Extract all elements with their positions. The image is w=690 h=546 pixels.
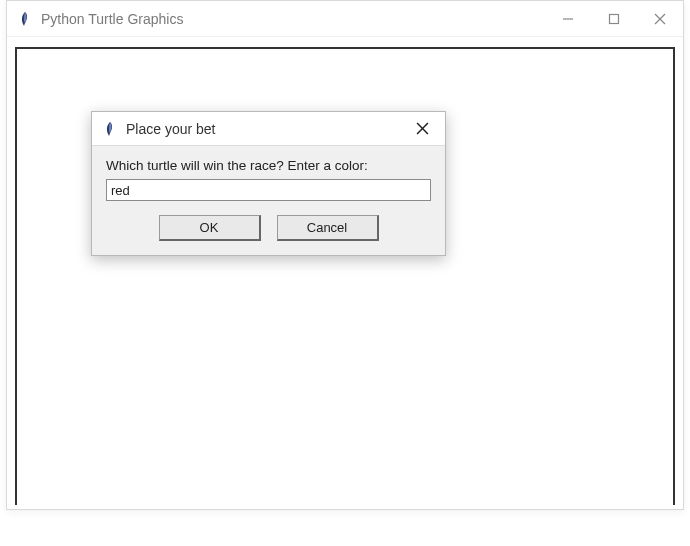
maximize-button[interactable] [591,1,637,37]
close-button[interactable] [637,1,683,37]
dialog-button-row: OK Cancel [106,215,431,241]
window-title: Python Turtle Graphics [41,11,545,27]
dialog-titlebar[interactable]: Place your bet [92,112,445,146]
svg-rect-1 [610,15,619,24]
main-titlebar[interactable]: Python Turtle Graphics [7,1,683,37]
feather-icon [102,121,118,137]
dialog-title: Place your bet [126,121,399,137]
window-controls [545,1,683,36]
feather-icon [17,11,33,27]
dialog-close-button[interactable] [399,112,445,146]
minimize-button[interactable] [545,1,591,37]
cancel-button[interactable]: Cancel [277,215,379,241]
dialog-body: Which turtle will win the race? Enter a … [92,146,445,255]
dialog-prompt: Which turtle will win the race? Enter a … [106,158,431,173]
color-input[interactable] [106,179,431,201]
main-window: Python Turtle Graphics Place your bet [6,0,684,510]
ok-button[interactable]: OK [159,215,261,241]
bet-dialog: Place your bet Which turtle will win the… [91,111,446,256]
